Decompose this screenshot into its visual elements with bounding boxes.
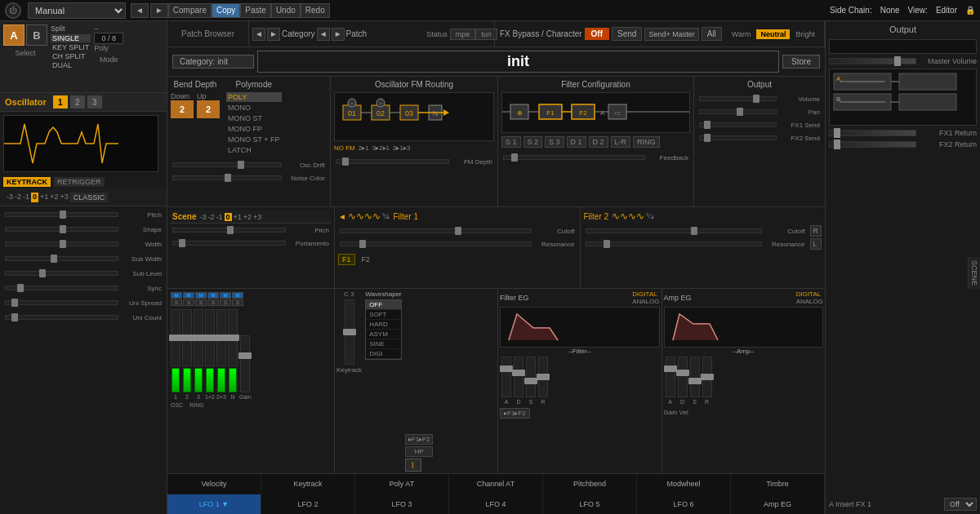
sub-width-slider[interactable] — [5, 256, 118, 261]
scene-pitch-p1[interactable]: +1 — [234, 213, 242, 221]
mod-timbre[interactable]: Timbre — [731, 474, 825, 494]
scene-pitch-n1[interactable]: -1 — [216, 213, 223, 221]
pitch-n2[interactable]: -2 — [15, 193, 21, 202]
amp-eg-s-fader[interactable] — [690, 357, 700, 397]
mod-s6[interactable]: S — [232, 299, 243, 306]
ws-soft[interactable]: SOFT — [366, 310, 401, 320]
mpe-button[interactable]: mpe — [450, 29, 476, 40]
mod-m6[interactable]: M — [232, 292, 243, 299]
ws-off[interactable]: OFF — [366, 300, 401, 310]
uni-spread-slider[interactable] — [5, 300, 118, 305]
mod-velocity[interactable]: Velocity — [167, 474, 261, 494]
power-button[interactable]: ⏻ — [5, 2, 21, 19]
mod-lfo2[interactable]: LFO 2 — [261, 494, 355, 515]
routing-lr[interactable]: L-R — [611, 136, 631, 148]
filter-eg-r-fader[interactable] — [538, 357, 548, 397]
routing-s1[interactable]: S 1 — [501, 136, 521, 148]
sub-level-slider[interactable] — [5, 271, 118, 276]
mod-s4[interactable]: S — [207, 299, 219, 306]
filter1-resonance-slider[interactable] — [340, 241, 532, 246]
uni-count-slider[interactable] — [5, 315, 118, 320]
neutral-button[interactable]: Neutral — [756, 29, 790, 39]
fx2-send-slider[interactable] — [699, 135, 777, 140]
mod-lfo4[interactable]: LFO 4 — [449, 494, 543, 515]
patch-name-box[interactable]: init — [257, 51, 779, 73]
fm-21[interactable]: 2▸1 — [359, 144, 369, 152]
ws-digi[interactable]: DIGI — [366, 349, 401, 359]
fader-1-track[interactable] — [171, 309, 180, 366]
pitch-slider[interactable] — [5, 212, 118, 217]
pitch-p1[interactable]: +1 — [40, 193, 48, 202]
filter1-cutoff-slider[interactable] — [340, 228, 532, 233]
pitch-n1[interactable]: -1 — [23, 193, 29, 202]
scene-pitch-n3[interactable]: -3 — [199, 213, 206, 221]
fx-send-button[interactable]: Send — [612, 27, 642, 41]
scene-pitch-p2[interactable]: +2 — [243, 213, 252, 221]
scene-pitch-slider[interactable] — [172, 228, 286, 233]
amp-eg-a-fader[interactable] — [666, 357, 675, 397]
insert-fx-dropdown[interactable]: Off — [944, 498, 977, 511]
warm-button[interactable]: Warm — [728, 29, 755, 39]
classic-button[interactable]: CLASSIC — [70, 193, 109, 202]
scene-pitch-0[interactable]: 0 — [225, 213, 232, 221]
ws-f1f2-button[interactable]: ▸F1▸F2 — [405, 434, 434, 445]
paste-button[interactable]: Paste — [240, 3, 271, 18]
scene-a-button[interactable]: A — [3, 24, 24, 46]
pitch-n3[interactable]: -3 — [7, 193, 13, 202]
mod-lfo3[interactable]: LFO 3 — [355, 494, 449, 515]
fm-321[interactable]: 3▸2▸1 — [372, 144, 390, 152]
mod-channel-at[interactable]: Channel AT — [449, 474, 543, 494]
mod-lfo5[interactable]: LFO 5 — [543, 494, 637, 515]
pm-mono[interactable]: MONO — [226, 103, 282, 113]
undo-button[interactable]: Undo — [271, 3, 301, 18]
mod-m5[interactable]: M — [220, 292, 231, 299]
redo-button[interactable]: Redo — [301, 3, 330, 18]
fx1-send-slider[interactable] — [699, 122, 777, 127]
mod-lfo1[interactable]: LFO 1 ▼ — [167, 494, 261, 515]
volume-slider[interactable] — [699, 96, 777, 101]
master-vol-slider[interactable] — [829, 58, 916, 64]
amp-eg-r-fader[interactable] — [702, 357, 712, 397]
sync-slider[interactable] — [5, 286, 118, 290]
routing-d2[interactable]: D 2 — [589, 136, 608, 148]
pm-mono-fp[interactable]: MONO FP — [226, 124, 282, 134]
cat-prev-button[interactable]: ◄ — [252, 28, 265, 41]
mod-pitchbend[interactable]: Pitchbend — [543, 474, 637, 494]
mod-s1[interactable]: S — [171, 299, 182, 306]
keytrack-fader[interactable] — [345, 299, 354, 365]
mod-s3[interactable]: S — [195, 299, 207, 306]
width-slider[interactable] — [5, 241, 118, 246]
fm-213[interactable]: 2▸1▸3 — [393, 144, 410, 152]
mod-s2[interactable]: S — [183, 299, 194, 306]
filter-eg-a-fader[interactable] — [501, 357, 511, 397]
filter-eg-d-fader[interactable] — [514, 357, 523, 397]
pm-latch[interactable]: LATCH — [226, 145, 282, 155]
ws-hp-button[interactable]: HP — [405, 446, 434, 457]
mode-dropdown[interactable]: Manual — [28, 2, 126, 19]
fm-nofm[interactable]: NO FM — [334, 144, 355, 152]
ws-hard[interactable]: HARD — [366, 320, 401, 330]
routing-s3[interactable]: S 3 — [545, 136, 564, 148]
pm-mono-st[interactable]: MONO ST — [226, 113, 282, 123]
copy-button[interactable]: Copy — [212, 3, 240, 18]
amp-eg-d-fader[interactable] — [678, 357, 688, 397]
store-button[interactable]: Store — [782, 55, 820, 69]
split-key[interactable]: KEY SPLIT — [51, 43, 91, 51]
ws-sine[interactable]: SINE — [366, 339, 401, 349]
mod-keytrack[interactable]: Keytrack — [261, 474, 355, 494]
portamento-slider[interactable] — [172, 241, 286, 246]
mod-m1[interactable]: M — [171, 292, 182, 299]
pan-slider[interactable] — [699, 109, 777, 114]
split-ch[interactable]: CH SPLIT — [51, 52, 91, 60]
split-dual[interactable]: DUAL — [51, 61, 91, 69]
scene-pitch-p3[interactable]: +3 — [253, 213, 261, 221]
lock-icon[interactable]: 🔒 — [965, 6, 975, 15]
routing-s2[interactable]: S 2 — [523, 136, 543, 148]
fx1-return-slider[interactable] — [829, 130, 916, 136]
feedback-slider[interactable] — [503, 155, 645, 160]
tun-button[interactable]: tun — [475, 29, 497, 40]
nav-prev-button[interactable]: ◄ — [131, 3, 149, 18]
pitch-0[interactable]: 0 — [31, 193, 38, 202]
keytrack-button[interactable]: KEYTRACK — [3, 177, 51, 187]
routing-d1[interactable]: D 1 — [567, 136, 586, 148]
